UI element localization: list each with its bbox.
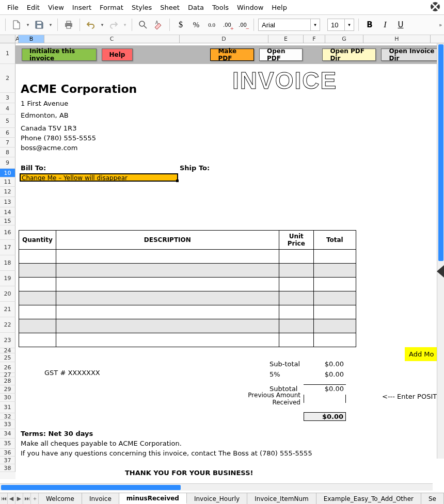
tab-last-button[interactable]: ⏭ xyxy=(23,493,31,504)
row-header-5[interactable]: 5 xyxy=(0,115,15,128)
vertical-scrollbar[interactable] xyxy=(437,43,444,459)
row-header-31[interactable]: 31 xyxy=(0,402,15,413)
table-row[interactable] xyxy=(19,333,356,347)
font-size-combobox[interactable]: ▾ xyxy=(327,19,354,31)
row-header-22[interactable]: 22 xyxy=(0,317,15,333)
col-header-h[interactable]: H xyxy=(363,35,431,43)
bill-to-input-cell[interactable]: Change Me – Yellow will disappear xyxy=(20,173,178,182)
table-row[interactable] xyxy=(19,250,356,264)
save-button[interactable] xyxy=(33,18,46,31)
new-file-button[interactable] xyxy=(10,18,23,31)
menu-format[interactable]: Format xyxy=(96,2,128,13)
tab-example-easy[interactable]: Example_Easy_To_Add_Other xyxy=(316,493,421,504)
row-header-6[interactable]: 6 xyxy=(0,128,15,138)
redo-button[interactable] xyxy=(107,18,120,31)
menu-view[interactable]: View xyxy=(44,2,68,13)
table-row[interactable] xyxy=(19,291,356,305)
initialize-invoice-button[interactable]: Initialize this invoice xyxy=(22,48,97,61)
font-name-input[interactable] xyxy=(259,20,310,30)
italic-button[interactable]: I xyxy=(378,18,392,31)
menu-styles[interactable]: Styles xyxy=(128,2,156,13)
row-header-27[interactable]: 27 xyxy=(0,373,15,377)
sidebar-expand-grip[interactable] xyxy=(437,265,444,278)
row-header-19[interactable]: 19 xyxy=(0,271,15,286)
currency-button[interactable]: $ xyxy=(174,18,187,31)
select-all-corner[interactable] xyxy=(0,35,15,43)
tab-welcome[interactable]: Welcome xyxy=(39,493,82,504)
redo-dropdown[interactable]: ▾ xyxy=(122,22,128,27)
tab-first-button[interactable]: ⏮ xyxy=(0,493,8,504)
row-header-29[interactable]: 29 xyxy=(0,385,15,394)
undo-button[interactable] xyxy=(84,18,98,31)
font-name-dropdown-arrow[interactable]: ▾ xyxy=(310,19,320,30)
font-size-input[interactable] xyxy=(328,20,344,30)
menu-file[interactable]: File xyxy=(3,2,23,13)
font-size-dropdown-arrow[interactable]: ▾ xyxy=(344,19,354,30)
row-header-21[interactable]: 21 xyxy=(0,302,15,317)
row-header-3[interactable]: 3 xyxy=(0,93,15,103)
menu-insert[interactable]: Insert xyxy=(68,2,96,13)
add-more-note[interactable]: Add Mo xyxy=(405,347,438,361)
row-header-1[interactable]: 1 xyxy=(0,43,15,64)
vscroll-thumb[interactable] xyxy=(438,44,443,261)
open-pdf-button[interactable]: Open PDF xyxy=(259,48,303,61)
percent-button[interactable]: % xyxy=(189,18,203,31)
row-header-7[interactable]: 7 xyxy=(0,138,15,148)
tab-invoice[interactable]: Invoice xyxy=(82,493,119,504)
row-header-24[interactable]: 24 xyxy=(0,348,15,353)
tab-partial-last[interactable]: Se xyxy=(421,493,444,504)
row-header-28[interactable]: 28 xyxy=(0,377,15,385)
find-button[interactable] xyxy=(136,18,150,31)
add-sheet-button[interactable]: ＋ xyxy=(31,493,39,504)
clear-formatting-button[interactable]: A xyxy=(152,18,165,31)
remove-decimal-button[interactable]: .00− xyxy=(236,18,249,31)
tab-invoice-itemnum[interactable]: Invoice_ItemNum xyxy=(247,493,316,504)
table-row[interactable] xyxy=(19,264,356,278)
print-button[interactable] xyxy=(62,18,75,31)
new-file-dropdown[interactable]: ▾ xyxy=(25,22,30,27)
row-header-34[interactable]: 34 xyxy=(0,429,15,438)
row-header-12[interactable]: 12 xyxy=(0,187,15,197)
make-pdf-button[interactable]: Make PDF xyxy=(210,48,254,61)
hscroll-thumb[interactable] xyxy=(1,485,181,490)
row-header-36[interactable]: 36 xyxy=(0,449,15,457)
row-header-17[interactable]: 17 xyxy=(0,240,15,255)
font-name-combobox[interactable]: ▾ xyxy=(258,19,320,31)
menu-tools[interactable]: Tools xyxy=(208,2,233,13)
row-header-13[interactable]: 13 xyxy=(0,197,15,207)
row-header-2[interactable]: 2 xyxy=(0,64,15,93)
close-document-button[interactable] xyxy=(431,2,440,11)
row-header-18[interactable]: 18 xyxy=(0,255,15,271)
menu-edit[interactable]: Edit xyxy=(23,2,44,13)
open-invoice-dir-button[interactable]: Open Invoice Dir xyxy=(381,48,444,61)
menu-window[interactable]: Window xyxy=(233,2,267,13)
underline-button[interactable]: U xyxy=(394,18,407,31)
table-row[interactable] xyxy=(19,305,356,319)
tab-prev-button[interactable]: ◀ xyxy=(8,493,15,504)
row-header-11[interactable]: 11 xyxy=(0,177,15,187)
add-decimal-button[interactable]: .00+ xyxy=(220,18,234,31)
col-header-g[interactable]: G xyxy=(325,35,363,43)
prev-amount-input[interactable] xyxy=(304,395,346,403)
table-row[interactable] xyxy=(19,278,356,291)
row-header-14[interactable]: 14 xyxy=(0,207,15,217)
help-button[interactable]: Help xyxy=(102,48,133,61)
row-header-9[interactable]: 9 xyxy=(0,157,15,169)
tab-next-button[interactable]: ▶ xyxy=(15,493,23,504)
row-header-8[interactable]: 8 xyxy=(0,148,15,157)
toolbar-overflow-button[interactable]: » xyxy=(439,22,442,28)
bold-button[interactable]: B xyxy=(363,18,376,31)
save-dropdown[interactable]: ▾ xyxy=(48,22,53,27)
row-header-30[interactable]: 30 xyxy=(0,394,15,402)
row-header-37[interactable]: 37 xyxy=(0,457,15,464)
col-header-c[interactable]: C xyxy=(44,35,180,43)
col-header-d[interactable]: D xyxy=(180,35,268,43)
col-header-f[interactable]: F xyxy=(304,35,325,43)
open-pdf-dir-button[interactable]: Open PDF Dir xyxy=(322,48,376,61)
row-header-16[interactable]: 16 xyxy=(0,225,15,240)
row-header-4[interactable]: 4 xyxy=(0,103,15,115)
horizontal-scrollbar[interactable] xyxy=(0,483,433,491)
col-header-e[interactable]: E xyxy=(268,35,304,43)
row-header-10[interactable]: 10 xyxy=(0,169,15,177)
undo-dropdown[interactable]: ▾ xyxy=(100,22,105,27)
